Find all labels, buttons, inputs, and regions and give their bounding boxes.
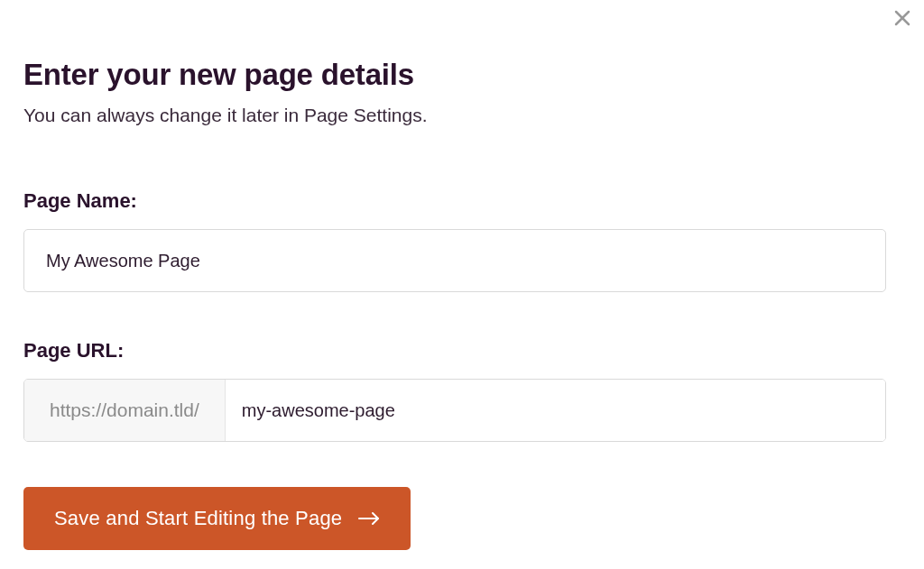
page-url-prefix: https://domain.tld/ (24, 380, 226, 441)
dialog-subtitle: You can always change it later in Page S… (23, 105, 901, 126)
save-and-edit-button[interactable]: Save and Start Editing the Page (23, 487, 411, 550)
page-name-field-group: Page Name: (23, 189, 901, 292)
arrow-right-icon (358, 507, 380, 530)
close-icon (893, 9, 911, 31)
page-name-label: Page Name: (23, 189, 901, 213)
dialog-title: Enter your new page details (23, 58, 901, 92)
page-url-field-group: Page URL: https://domain.tld/ (23, 339, 901, 442)
save-and-edit-button-label: Save and Start Editing the Page (54, 507, 342, 530)
page-name-input[interactable] (23, 229, 886, 292)
close-button[interactable] (890, 7, 915, 32)
page-url-label: Page URL: (23, 339, 901, 363)
new-page-dialog: Enter your new page details You can alwa… (0, 0, 924, 569)
page-url-input[interactable] (226, 380, 885, 441)
page-url-input-group: https://domain.tld/ (23, 379, 886, 442)
